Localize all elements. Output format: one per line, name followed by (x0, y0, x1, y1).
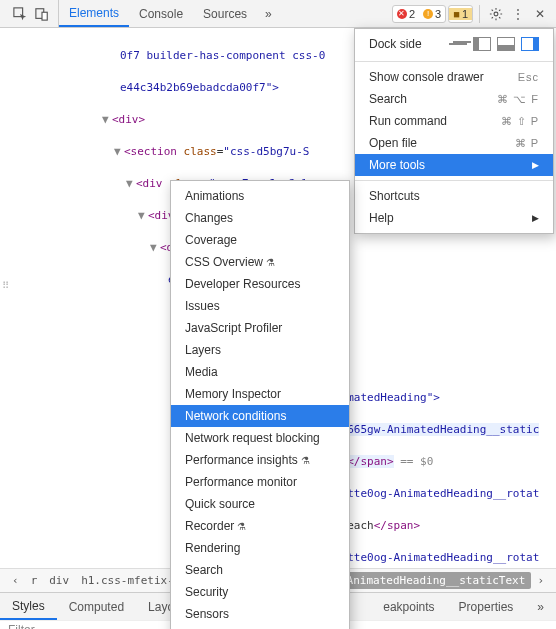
submenu-search[interactable]: Search (171, 559, 349, 581)
warning-count: 3 (435, 8, 441, 20)
divider (479, 5, 480, 23)
more-tools-submenu: AnimationsChangesCoverageCSS Overview⚗De… (170, 180, 350, 629)
submenu-media[interactable]: Media (171, 361, 349, 383)
error-count: 2 (409, 8, 415, 20)
submenu-css-overview[interactable]: CSS Overview⚗ (171, 251, 349, 273)
breadcrumb-item[interactable]: r (25, 572, 44, 589)
tab-computed[interactable]: Computed (57, 593, 136, 620)
menu-more-tools[interactable]: More tools▶ (355, 154, 553, 176)
panel-tabs: Elements Console Sources » (59, 0, 280, 27)
breadcrumb-scroll-right[interactable]: › (531, 572, 550, 589)
kebab-menu-icon[interactable]: ⋮ (508, 4, 528, 24)
menu-separator (355, 180, 553, 181)
flask-icon: ⚗ (237, 521, 246, 532)
submenu-developer-resources[interactable]: Developer Resources (171, 273, 349, 295)
submenu-network-conditions[interactable]: Network conditions (171, 405, 349, 427)
tab-elements[interactable]: Elements (59, 0, 129, 27)
submenu-javascript-profiler[interactable]: JavaScript Profiler (171, 317, 349, 339)
flask-icon: ⚗ (301, 455, 310, 466)
menu-search[interactable]: Search⌘ ⌥ F (355, 88, 553, 110)
submenu-recorder[interactable]: Recorder⚗ (171, 515, 349, 537)
submenu-performance-monitor[interactable]: Performance monitor (171, 471, 349, 493)
dock-bottom-icon[interactable] (497, 37, 515, 51)
dock-undock-icon[interactable] (449, 43, 467, 45)
main-menu: Dock side Show console drawerEsc Search⌘… (354, 28, 554, 234)
submenu-memory-inspector[interactable]: Memory Inspector (171, 383, 349, 405)
dock-left-icon[interactable] (473, 37, 491, 51)
more-tabs-icon[interactable]: » (257, 0, 280, 27)
devtools-toolbar: Elements Console Sources » ✕2 !3 ■1 ⋮ ✕ (0, 0, 556, 28)
svg-rect-2 (42, 12, 47, 20)
chevron-right-icon: ▶ (532, 213, 539, 223)
dock-side-label: Dock side (369, 37, 422, 51)
tab-styles[interactable]: Styles (0, 593, 57, 620)
tab-properties[interactable]: Properties (447, 593, 526, 620)
submenu-animations[interactable]: Animations (171, 185, 349, 207)
toolbar-right: ✕2 !3 ■1 ⋮ ✕ (392, 4, 552, 24)
dock-right-icon[interactable] (521, 37, 539, 51)
chevron-right-icon: ▶ (532, 160, 539, 170)
device-toggle-icon[interactable] (32, 4, 52, 24)
submenu-quick-source[interactable]: Quick source (171, 493, 349, 515)
dock-side-row: Dock side (355, 33, 553, 57)
breadcrumb-selected[interactable]: gw-AnimatedHeading__staticText (321, 572, 532, 589)
error-warning-badges[interactable]: ✕2 !3 (392, 5, 446, 23)
menu-separator (355, 61, 553, 62)
inspect-group (4, 0, 59, 27)
menu-help[interactable]: Help▶ (355, 207, 553, 229)
submenu-issues[interactable]: Issues (171, 295, 349, 317)
breadcrumb-scroll-left[interactable]: ‹ (6, 572, 25, 589)
submenu-performance-insights[interactable]: Performance insights⚗ (171, 449, 349, 471)
menu-shortcuts[interactable]: Shortcuts (355, 185, 553, 207)
warning-badge[interactable]: !3 (419, 8, 445, 20)
drag-handle-icon[interactable]: ⠿ (2, 280, 10, 291)
submenu-layers[interactable]: Layers (171, 339, 349, 361)
error-badge[interactable]: ✕2 (393, 8, 419, 20)
menu-show-console-drawer[interactable]: Show console drawerEsc (355, 66, 553, 88)
submenu-security[interactable]: Security (171, 581, 349, 603)
menu-open-file[interactable]: Open file⌘ P (355, 132, 553, 154)
settings-gear-icon[interactable] (486, 4, 506, 24)
submenu-changes[interactable]: Changes (171, 207, 349, 229)
menu-run-command[interactable]: Run command⌘ ⇧ P (355, 110, 553, 132)
flask-icon: ⚗ (266, 257, 275, 268)
tab-breakpoints[interactable]: eakpoints (371, 593, 446, 620)
more-panel-tabs-icon[interactable]: » (525, 593, 556, 620)
submenu-coverage[interactable]: Coverage (171, 229, 349, 251)
tab-sources[interactable]: Sources (193, 0, 257, 27)
submenu-sensors[interactable]: Sensors (171, 603, 349, 625)
tab-console[interactable]: Console (129, 0, 193, 27)
inspect-element-icon[interactable] (10, 4, 30, 24)
submenu-network-request-blocking[interactable]: Network request blocking (171, 427, 349, 449)
breadcrumb-item[interactable]: div (43, 572, 75, 589)
close-icon[interactable]: ✕ (530, 4, 550, 24)
submenu-rendering[interactable]: Rendering (171, 537, 349, 559)
svg-point-3 (494, 12, 498, 16)
submenu-webaudio[interactable]: WebAudio (171, 625, 349, 629)
issues-count: 1 (462, 8, 468, 20)
issues-badge[interactable]: ■1 (448, 5, 473, 23)
